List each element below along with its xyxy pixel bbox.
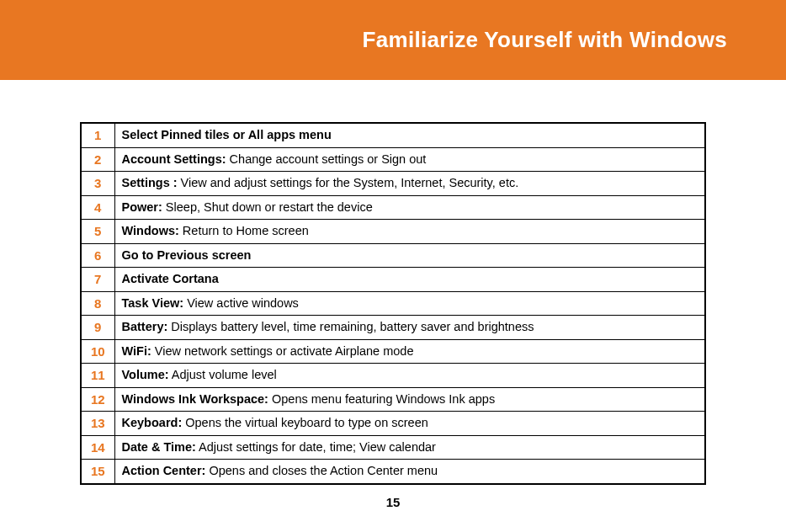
row-number: 13 xyxy=(81,412,114,436)
row-text: View active windows xyxy=(183,296,299,310)
row-description: Go to Previous screen xyxy=(114,243,705,268)
row-number: 8 xyxy=(81,291,114,316)
table-row: 3Settings : View and adjust settings for… xyxy=(81,172,705,196)
table-row: 9Battery: Displays battery level, time r… xyxy=(81,316,705,340)
row-description: Battery: Displays battery level, time re… xyxy=(114,316,705,340)
row-label: Settings : xyxy=(122,176,178,189)
row-description: Select Pinned tiles or All apps menu xyxy=(114,123,705,147)
row-label: WiFi: xyxy=(122,344,151,358)
row-label: Action Center: xyxy=(122,464,206,477)
row-text: Adjust volume level xyxy=(169,368,277,381)
page-title: Familiarize Yourself with Windows xyxy=(363,27,727,53)
row-label: Go to Previous screen xyxy=(122,248,252,262)
table-row: 1Select Pinned tiles or All apps menu xyxy=(81,123,705,147)
table-row: 7Activate Cortana xyxy=(81,268,705,292)
page-header: Familiarize Yourself with Windows xyxy=(0,0,786,80)
row-label: Select Pinned tiles or All apps menu xyxy=(122,128,332,141)
row-number: 6 xyxy=(81,243,114,268)
table-row: 10WiFi: View network settings or activat… xyxy=(81,339,705,364)
row-description: Action Center: Opens and closes the Acti… xyxy=(114,460,705,484)
row-number: 11 xyxy=(81,364,114,388)
table-row: 14Date & Time: Adjust settings for date,… xyxy=(81,435,705,460)
row-description: Account Settings: Change account setting… xyxy=(114,147,705,172)
row-text: Adjust settings for date, time; View cal… xyxy=(196,440,436,454)
row-number: 9 xyxy=(81,316,114,340)
row-label: Date & Time: xyxy=(122,440,196,454)
row-label: Windows Ink Workspace: xyxy=(122,392,268,406)
table-row: 12Windows Ink Workspace: Opens menu feat… xyxy=(81,387,705,412)
table-row: 6Go to Previous screen xyxy=(81,243,705,268)
row-number: 7 xyxy=(81,268,114,292)
row-number: 10 xyxy=(81,339,114,364)
row-description: Keyboard: Opens the virtual keyboard to … xyxy=(114,412,705,436)
row-description: Settings : View and adjust settings for … xyxy=(114,172,705,196)
table-row: 8Task View: View active windows xyxy=(81,291,705,316)
row-number: 4 xyxy=(81,195,114,220)
row-number: 12 xyxy=(81,387,114,412)
row-label: Task View: xyxy=(122,296,184,310)
table-row: 5Windows: Return to Home screen xyxy=(81,220,705,244)
row-text: Opens and closes the Action Center menu xyxy=(205,464,438,477)
row-text: View network settings or activate Airpla… xyxy=(151,344,414,358)
row-description: Date & Time: Adjust settings for date, t… xyxy=(114,435,705,460)
row-label: Activate Cortana xyxy=(122,272,219,285)
row-label: Volume: xyxy=(122,368,169,381)
table-row: 13Keyboard: Opens the virtual keyboard t… xyxy=(81,412,705,436)
row-description: Activate Cortana xyxy=(114,268,705,292)
row-number: 2 xyxy=(81,147,114,172)
row-number: 3 xyxy=(81,172,114,196)
row-number: 15 xyxy=(81,460,114,484)
row-number: 5 xyxy=(81,220,114,244)
feature-table: 1Select Pinned tiles or All apps menu2Ac… xyxy=(80,122,706,485)
row-text: Return to Home screen xyxy=(179,224,309,237)
row-text: Opens the virtual keyboard to type on sc… xyxy=(182,416,428,429)
row-description: WiFi: View network settings or activate … xyxy=(114,339,705,364)
row-text: Change account settings or Sign out xyxy=(226,152,427,166)
row-label: Battery: xyxy=(122,320,168,333)
row-label: Windows: xyxy=(122,224,179,237)
table-row: 15Action Center: Opens and closes the Ac… xyxy=(81,460,705,484)
row-description: Windows: Return to Home screen xyxy=(114,220,705,244)
row-label: Account Settings: xyxy=(122,152,226,166)
row-description: Power: Sleep, Shut down or restart the d… xyxy=(114,195,705,220)
row-text: View and adjust settings for the System,… xyxy=(178,176,519,189)
row-number: 14 xyxy=(81,435,114,460)
row-label: Keyboard: xyxy=(122,416,183,429)
row-number: 1 xyxy=(81,123,114,147)
row-description: Windows Ink Workspace: Opens menu featur… xyxy=(114,387,705,412)
row-description: Volume: Adjust volume level xyxy=(114,364,705,388)
row-label: Power: xyxy=(122,200,162,214)
content-area: 1Select Pinned tiles or All apps menu2Ac… xyxy=(0,80,786,509)
row-description: Task View: View active windows xyxy=(114,291,705,316)
table-row: 11Volume: Adjust volume level xyxy=(81,364,705,388)
page-number: 15 xyxy=(80,495,706,509)
row-text: Opens menu featuring Windows Ink apps xyxy=(268,392,495,406)
row-text: Sleep, Shut down or restart the device xyxy=(162,200,373,214)
table-row: 4Power: Sleep, Shut down or restart the … xyxy=(81,195,705,220)
row-text: Displays battery level, time remaining, … xyxy=(167,320,534,333)
table-row: 2Account Settings: Change account settin… xyxy=(81,147,705,172)
